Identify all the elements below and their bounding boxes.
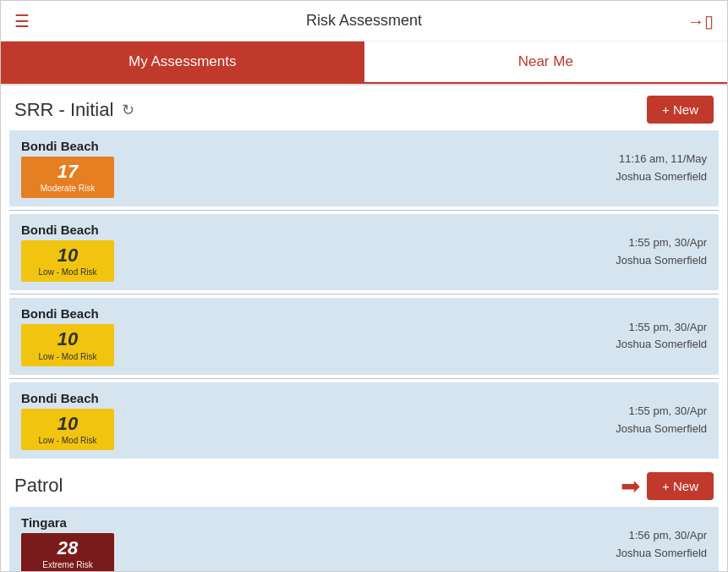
risk-badge: 17 Moderate Risk <box>21 157 114 198</box>
risk-label: Extreme Risk <box>31 560 104 569</box>
risk-value: 10 <box>31 245 104 266</box>
card-user: Joshua Somerfield <box>616 170 707 183</box>
card-divider <box>9 378 719 379</box>
risk-badge: 10 Low - Mod Risk <box>21 409 114 450</box>
tab-bar: My Assessments Near Me <box>1 41 727 85</box>
card-location: Bondi Beach <box>21 391 114 405</box>
card-datetime: 1:55 pm, 30/Apr <box>629 404 708 417</box>
tab-my-assessments[interactable]: My Assessments <box>1 41 364 84</box>
card-right: 11:16 am, 11/May Joshua Somerfield <box>616 151 707 186</box>
assessment-card[interactable]: Bondi Beach 10 Low - Mod Risk 1:55 pm, 3… <box>9 298 719 374</box>
card-right: 1:56 pm, 30/Apr Joshua Somerfield <box>616 527 707 563</box>
card-user: Joshua Somerfield <box>616 422 707 435</box>
risk-badge: 28 Extreme Risk <box>21 533 114 571</box>
card-datetime: 1:55 pm, 30/Apr <box>629 236 708 249</box>
section-title: Patrol <box>14 475 63 497</box>
section-title: SRR - Initial <box>14 99 113 121</box>
patrol-arrow-icon: ➡ <box>621 472 640 500</box>
card-datetime: 11:16 am, 11/May <box>619 152 707 165</box>
tab-near-me[interactable]: Near Me <box>364 41 728 84</box>
risk-label: Moderate Risk <box>31 184 104 193</box>
new-button-patrol[interactable]: + New <box>647 472 714 500</box>
card-left: Bondi Beach 17 Moderate Risk <box>21 139 114 198</box>
card-left: Tingara 28 Extreme Risk <box>21 515 114 571</box>
card-datetime: 1:56 pm, 30/Apr <box>629 529 708 542</box>
card-user: Joshua Somerfield <box>616 547 707 559</box>
card-datetime: 1:55 pm, 30/Apr <box>629 321 708 333</box>
card-left: Bondi Beach 10 Low - Mod Risk <box>21 306 114 366</box>
section-header-patrol: Patrol ➡ + New <box>9 462 719 507</box>
risk-value: 10 <box>31 414 104 434</box>
main-content: SRR - Initial ↻ + New Bondi Beach 17 Mod… <box>1 85 727 571</box>
refresh-icon[interactable]: ↻ <box>122 101 134 119</box>
card-divider <box>9 210 719 211</box>
card-right: 1:55 pm, 30/Apr Joshua Somerfield <box>616 319 707 355</box>
risk-label: Low - Mod Risk <box>31 267 104 277</box>
card-location: Tingara <box>21 515 114 530</box>
risk-badge: 10 Low - Mod Risk <box>21 240 114 282</box>
hamburger-icon[interactable]: ☰ <box>14 11 30 31</box>
risk-label: Low - Mod Risk <box>31 352 104 361</box>
assessment-card[interactable]: Tingara 28 Extreme Risk 1:56 pm, 30/Apr … <box>9 507 719 571</box>
card-right: 1:55 pm, 30/Apr Joshua Somerfield <box>616 234 707 270</box>
app-header: ☰ Risk Assessment →▯ <box>1 1 727 41</box>
card-location: Bondi Beach <box>21 306 114 321</box>
risk-badge: 10 Low - Mod Risk <box>21 324 114 366</box>
card-left: Bondi Beach 10 Low - Mod Risk <box>21 223 114 282</box>
assessment-card[interactable]: Bondi Beach 17 Moderate Risk 11:16 am, 1… <box>9 130 719 206</box>
risk-value: 17 <box>31 162 104 182</box>
logout-icon[interactable]: →▯ <box>687 11 714 31</box>
card-divider <box>9 294 719 294</box>
risk-value: 10 <box>31 329 104 349</box>
risk-value: 28 <box>31 538 104 558</box>
new-button-srr-initial[interactable]: + New <box>647 96 714 124</box>
assessment-card[interactable]: Bondi Beach 10 Low - Mod Risk 1:55 pm, 3… <box>9 382 719 459</box>
assessment-card[interactable]: Bondi Beach 10 Low - Mod Risk 1:55 pm, 3… <box>9 214 719 290</box>
section-title-group: SRR - Initial ↻ <box>14 99 134 121</box>
card-user: Joshua Somerfield <box>616 338 707 350</box>
card-location: Bondi Beach <box>21 223 114 237</box>
page-title: Risk Assessment <box>306 12 422 30</box>
card-right: 1:55 pm, 30/Apr Joshua Somerfield <box>616 403 707 438</box>
card-location: Bondi Beach <box>21 139 114 153</box>
card-user: Joshua Somerfield <box>616 254 707 267</box>
risk-label: Low - Mod Risk <box>31 436 104 445</box>
section-header-srr-initial: SRR - Initial ↻ + New <box>9 85 719 130</box>
patrol-btn-group: ➡ + New <box>621 472 714 500</box>
card-left: Bondi Beach 10 Low - Mod Risk <box>21 391 114 450</box>
